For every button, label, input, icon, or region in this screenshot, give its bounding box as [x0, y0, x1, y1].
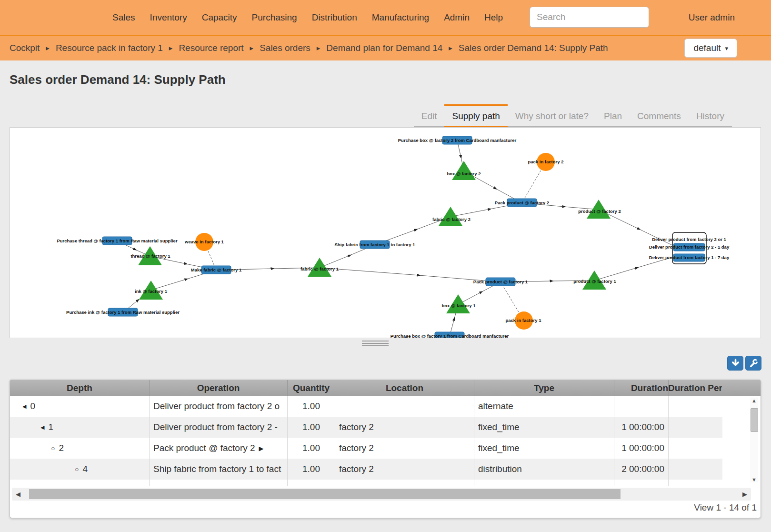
tab-plan[interactable]: Plan — [596, 104, 630, 128]
operation-cell: Pack product @ factory 2▶ — [150, 438, 288, 459]
duration-cell: 1 00:00:00 — [614, 438, 669, 459]
table-row[interactable]: ◀1 Deliver product from factory 2 - 1.00… — [10, 417, 722, 438]
node-label: Pack product @ factory 1 — [473, 279, 528, 284]
table-vertical-scrollbar[interactable]: ▲ ▼ — [750, 398, 758, 482]
operation-cell: Deliver product from factory 2 - — [150, 417, 288, 438]
menu-item-capacity[interactable]: Capacity — [202, 12, 237, 23]
node-label: Deliver product from factory 1 - 7 day — [649, 255, 730, 260]
location-cell: factory 2 — [335, 417, 474, 438]
breadcrumb-separator-icon: ▸ — [250, 44, 254, 52]
type-cell: alternate — [474, 396, 614, 417]
edge — [594, 257, 672, 281]
menu-item-admin[interactable]: Admin — [444, 12, 470, 23]
table-horizontal-scrollbar[interactable]: ◀ ▶ — [12, 488, 751, 501]
search-input[interactable] — [530, 7, 649, 28]
breadcrumb-item-resource-pack[interactable]: Resource pack in factory 1 — [56, 43, 163, 53]
node-label: ink @ factory 1 — [135, 289, 168, 294]
menu-item-purchasing[interactable]: Purchasing — [252, 12, 297, 23]
duration-per-cell — [669, 396, 722, 417]
buffer-node-fabric-f2[interactable] — [439, 207, 462, 226]
breadcrumb-item-current: Sales order Demand 14: Supply Path — [459, 43, 608, 53]
scroll-right-icon[interactable]: ▶ — [742, 488, 747, 501]
operation-cell: Ship fabric from factory 1 to fact — [150, 459, 288, 480]
node-label: Ship fabric from factory 1 to factory 1 — [335, 242, 416, 247]
type-cell: distribution — [474, 459, 614, 480]
tree-collapse-icon[interactable]: ◀ — [22, 403, 26, 410]
tab-comments[interactable]: Comments — [630, 104, 689, 128]
menu-item-help[interactable]: Help — [484, 12, 503, 23]
tab-supply-path[interactable]: Supply path — [444, 104, 507, 128]
horizontal-scroll-thumb[interactable] — [29, 489, 621, 499]
duration-cell: 2 00:00:00 — [614, 459, 669, 480]
customize-button[interactable] — [745, 356, 761, 371]
expand-right-icon[interactable]: ▶ — [259, 445, 264, 452]
graph-resize-handle[interactable] — [362, 341, 389, 348]
duration-cell — [614, 396, 669, 417]
duration-per-cell — [669, 417, 722, 438]
column-header-location[interactable]: Location — [335, 380, 474, 396]
user-menu[interactable]: User admin — [689, 0, 735, 35]
tab-why-short-or-late[interactable]: Why short or late? — [508, 104, 596, 128]
vertical-scroll-thumb[interactable] — [751, 408, 758, 432]
column-header-operation[interactable]: Operation — [150, 380, 288, 396]
node-label: box @ factory 1 — [441, 303, 476, 308]
breadcrumb-separator-icon: ▸ — [169, 44, 173, 52]
tree-collapse-icon[interactable]: ◀ — [40, 424, 44, 431]
view-selector-button[interactable]: default ▾ — [684, 39, 737, 58]
node-label: Purchase ink @ factory 1 from Raw materi… — [66, 310, 180, 315]
column-header-duration[interactable]: Duration — [614, 380, 669, 396]
location-cell: factory 2 — [335, 459, 474, 480]
depth-value: 0 — [30, 401, 35, 412]
quantity-cell: 1.00 — [288, 417, 335, 438]
breadcrumb-item-sales-orders[interactable]: Sales orders — [260, 43, 310, 53]
tree-leaf-icon: ○ — [51, 444, 55, 452]
top-navbar: Sales Inventory Capacity Purchasing Dist… — [0, 0, 771, 36]
node-label: Purchase box @ factory 1 from Cardboard … — [391, 333, 509, 338]
node-label: weave in factory 1 — [184, 239, 224, 244]
node-label: thread @ factory 1 — [130, 253, 170, 259]
location-cell: factory 2 — [335, 438, 474, 459]
download-icon — [731, 358, 741, 368]
node-label: product @ factory 1 — [573, 279, 616, 284]
node-label: fabric @ factory 2 — [432, 217, 471, 222]
quantity-cell: 1.00 — [288, 396, 335, 417]
breadcrumb-item-demand-plan[interactable]: Demand plan for Demand 14 — [326, 43, 442, 53]
table-row-partial — [10, 480, 722, 486]
scroll-up-icon[interactable]: ▲ — [750, 398, 758, 403]
location-cell — [335, 396, 474, 417]
column-header-depth[interactable]: Depth — [10, 380, 150, 396]
breadcrumb-separator-icon: ▸ — [317, 44, 320, 52]
menu-item-inventory[interactable]: Inventory — [150, 12, 187, 23]
node-label: product @ factory 2 — [578, 209, 621, 214]
breadcrumb-item-resource-report[interactable]: Resource report — [179, 43, 243, 53]
supply-path-graph: Purchase thread @ factory 1 from Raw mat… — [10, 127, 761, 338]
table-row[interactable]: ○2 Pack product @ factory 2▶ 1.00 factor… — [10, 438, 722, 459]
page-title: Sales order Demand 14: Supply Path — [10, 72, 226, 87]
table-row[interactable]: ○4 Ship fabric from factory 1 to fact 1.… — [10, 459, 722, 480]
breadcrumb-item-cockpit[interactable]: Cockpit — [10, 43, 40, 53]
breadcrumb-bar: Cockpit ▸ Resource pack in factory 1 ▸ R… — [0, 36, 771, 60]
buffer-node-box-f2[interactable] — [452, 161, 476, 180]
duration-per-cell — [669, 438, 722, 459]
menu-item-distribution[interactable]: Distribution — [312, 12, 357, 23]
type-cell: fixed_time — [474, 417, 614, 438]
depth-value: 1 — [48, 422, 53, 432]
column-header-quantity[interactable]: Quantity — [288, 380, 335, 396]
scroll-left-icon[interactable]: ◀ — [16, 488, 20, 501]
node-label: Make fabric @ factory 1 — [191, 267, 242, 272]
column-header-duration-per[interactable]: Duration Per — [669, 380, 722, 396]
quantity-cell: 1.00 — [288, 438, 335, 459]
menu-item-manufacturing[interactable]: Manufacturing — [372, 12, 429, 23]
app-window: Sales Inventory Capacity Purchasing Dist… — [0, 0, 771, 532]
download-button[interactable] — [727, 356, 743, 371]
scroll-down-icon[interactable]: ▼ — [750, 477, 758, 482]
tree-leaf-icon: ○ — [75, 465, 79, 473]
tab-bar: Edit Supply path Why short or late? Plan… — [414, 104, 732, 128]
menu-item-sales[interactable]: Sales — [112, 12, 135, 23]
operation-text: Pack product @ factory 2 — [153, 443, 255, 453]
table-row[interactable]: ◀0 Deliver product from factory 2 o 1.00… — [10, 396, 722, 417]
operation-cell: Deliver product from factory 2 o — [150, 396, 288, 417]
tab-edit[interactable]: Edit — [414, 104, 445, 128]
tab-history[interactable]: History — [689, 104, 732, 128]
column-header-type[interactable]: Type — [474, 380, 614, 396]
